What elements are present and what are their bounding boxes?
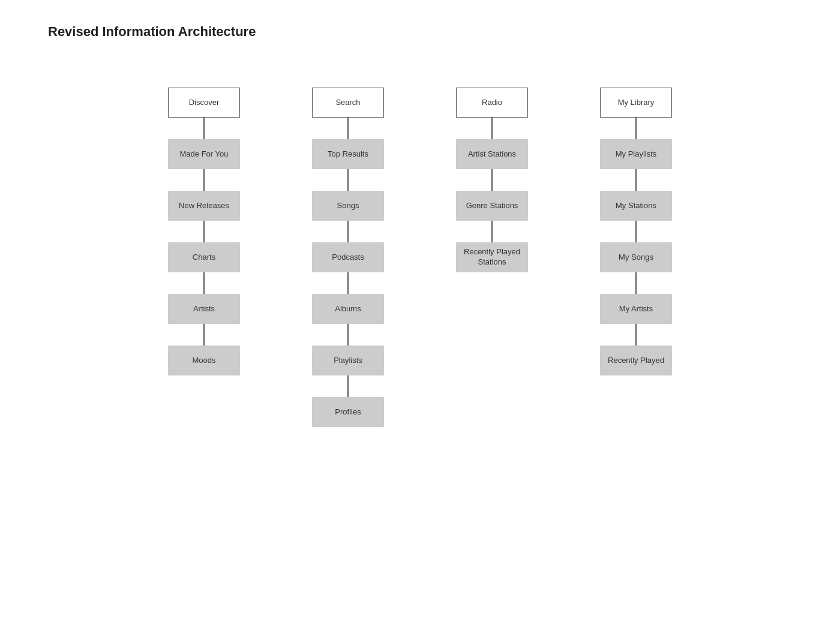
node-child-my-library-0: My Playlists: [600, 139, 672, 169]
connector-my-library-1: [635, 169, 637, 191]
node-child-search-0: Top Results: [312, 139, 384, 169]
node-child-search-4: Playlists: [312, 345, 384, 375]
node-root-radio: Radio: [456, 88, 528, 118]
node-child-discover-0: Made For You: [168, 139, 240, 169]
diagram-area: DiscoverMade For YouNew ReleasesChartsAr…: [0, 40, 840, 463]
connector-my-library-0: [635, 118, 637, 139]
node-child-search-2: Podcasts: [312, 242, 384, 272]
connector-my-library-3: [635, 272, 637, 294]
connector-radio-1: [491, 169, 493, 191]
node-root-my-library: My Library: [600, 88, 672, 118]
node-child-radio-0: Artist Stations: [456, 139, 528, 169]
connector-search-2: [347, 221, 349, 242]
connector-discover-4: [203, 324, 205, 345]
connector-discover-2: [203, 221, 205, 242]
node-child-my-library-1: My Stations: [600, 191, 672, 221]
connector-discover-3: [203, 272, 205, 294]
node-child-search-1: Songs: [312, 191, 384, 221]
node-child-search-3: Albums: [312, 294, 384, 324]
node-child-discover-3: Artists: [168, 294, 240, 324]
connector-my-library-4: [635, 324, 637, 345]
connector-my-library-2: [635, 221, 637, 242]
column-search: SearchTop ResultsSongsPodcastsAlbumsPlay…: [312, 88, 384, 427]
node-child-my-library-4: Recently Played: [600, 345, 672, 375]
node-child-discover-2: Charts: [168, 242, 240, 272]
connector-radio-0: [491, 118, 493, 139]
node-child-my-library-3: My Artists: [600, 294, 672, 324]
connector-search-3: [347, 272, 349, 294]
node-child-radio-2: Recently Played Stations: [456, 242, 528, 272]
connector-search-4: [347, 324, 349, 345]
node-child-search-5: Profiles: [312, 397, 384, 427]
connector-search-0: [347, 118, 349, 139]
column-radio: RadioArtist StationsGenre StationsRecent…: [456, 88, 528, 272]
connector-search-5: [347, 375, 349, 397]
node-child-radio-1: Genre Stations: [456, 191, 528, 221]
node-child-discover-4: Moods: [168, 345, 240, 375]
node-root-discover: Discover: [168, 88, 240, 118]
node-root-search: Search: [312, 88, 384, 118]
connector-discover-1: [203, 169, 205, 191]
node-child-discover-1: New Releases: [168, 191, 240, 221]
page-title: Revised Information Architecture: [0, 0, 840, 40]
column-discover: DiscoverMade For YouNew ReleasesChartsAr…: [168, 88, 240, 375]
connector-search-1: [347, 169, 349, 191]
connector-radio-2: [491, 221, 493, 242]
connector-discover-0: [203, 118, 205, 139]
column-my-library: My LibraryMy PlaylistsMy StationsMy Song…: [600, 88, 672, 375]
node-child-my-library-2: My Songs: [600, 242, 672, 272]
